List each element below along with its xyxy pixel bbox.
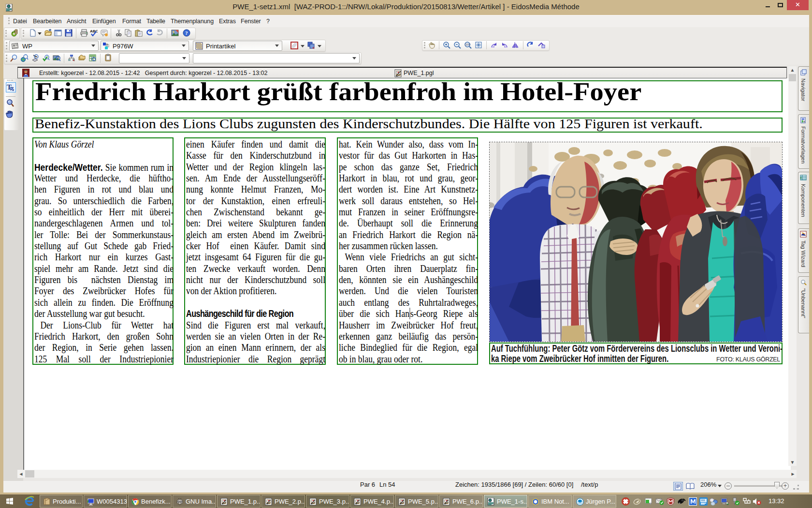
svg-text:100: 100 [465, 43, 471, 46]
svg-text:ABC: ABC [90, 29, 98, 33]
svg-text:?: ? [185, 30, 188, 36]
